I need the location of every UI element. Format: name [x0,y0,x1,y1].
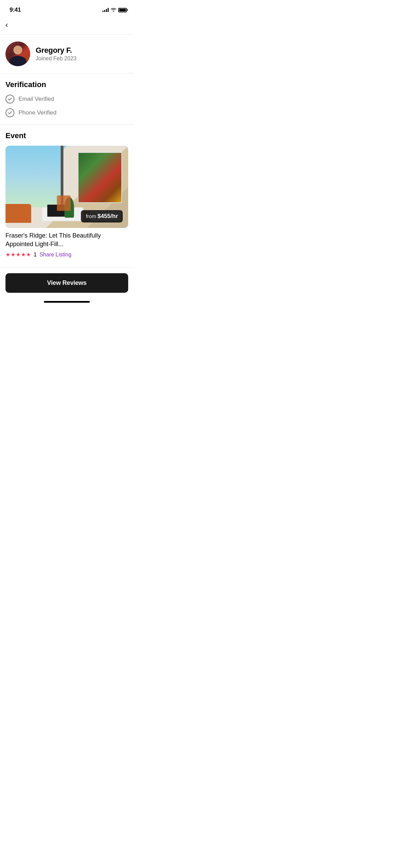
profile-section: Gregory F. Joined Feb 2023 [0,35,134,73]
chair-decor [57,195,71,211]
avatar-image [5,41,30,66]
star-1: ★ [5,251,10,258]
phone-check-icon [5,108,14,117]
star-4: ★ [21,251,26,258]
price-amount: $455/hr [97,213,118,220]
listing-card[interactable]: from $455/hr Fraser's Ridge: Let This Be… [5,146,128,263]
verification-title: Verification [5,80,128,89]
back-chevron-icon: ‹ [5,21,8,29]
view-reviews-button[interactable]: View Reviews [5,273,128,293]
email-check-icon [5,95,14,104]
rating-stars: ★ ★ ★ ★ ★ [5,251,31,258]
phone-verification-item: Phone Verified [5,108,128,117]
status-bar: 9:41 [0,0,134,17]
profile-name: Gregory F. [36,46,76,55]
listing-name: Fraser's Ridge: Let This Beautifully App… [5,231,128,249]
home-bar [44,301,90,303]
signal-icon [102,8,109,12]
price-badge: from $455/hr [81,210,123,222]
view-reviews-section: View Reviews [0,267,134,298]
star-3: ★ [16,251,21,258]
email-verification-item: Email Verified [5,95,128,104]
battery-icon [118,8,127,12]
email-verified-label: Email Verified [19,96,54,103]
phone-verified-label: Phone Verified [19,109,57,116]
price-from-label: from [86,213,96,219]
back-button[interactable]: ‹ [5,20,8,30]
event-section-title: Event [5,131,128,140]
status-time: 9:41 [10,7,21,13]
sofa-decor [5,204,31,223]
verification-section: Verification Email Verified Phone Verifi… [0,73,134,124]
review-count: 1 [34,252,37,258]
listing-meta: ★ ★ ★ ★ ★ 1 Share Listing [5,251,128,258]
listing-image: from $455/hr [5,146,128,228]
listing-info: Fraser's Ridge: Let This Beautifully App… [5,228,128,263]
home-indicator [0,298,134,305]
profile-joined-date: Joined Feb 2023 [36,56,76,62]
star-5: ★ [26,251,31,258]
event-section: Event from $455/hr Fraser's Ridge: Let T… [0,124,134,263]
status-icons [102,8,127,12]
profile-info: Gregory F. Joined Feb 2023 [36,46,76,62]
wifi-icon [111,8,116,12]
share-listing-link[interactable]: Share Listing [39,252,71,258]
navigation-bar: ‹ [0,17,134,35]
star-2: ★ [11,251,15,258]
avatar [5,41,30,66]
